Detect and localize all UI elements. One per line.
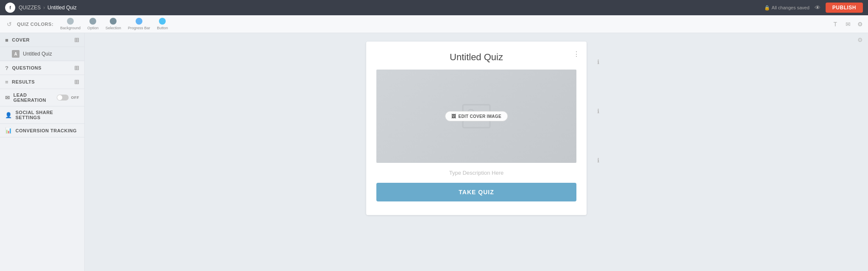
side-info-icon-1[interactable]: ℹ [597,59,599,65]
lead-gen-section-icon: ✉ [5,95,10,101]
toggle-off-label: OFF [71,95,80,100]
lead-gen-toggle-container: OFF [57,95,80,101]
sidebar-section-lead-generation[interactable]: ✉ LEAD GENERATION OFF [0,89,84,106]
selection-color-label: Selection [106,26,121,30]
progress-bar-color-label: Progress Bar [128,26,150,30]
cover-item-label: Untitled Quiz [23,51,52,57]
social-share-section-icon: 👤 [5,112,12,118]
quiz-colors-label: QUIZ COLORS: [17,22,53,27]
button-color-label: Button [157,26,168,30]
cover-item-letter: A [12,50,19,58]
cover-section-icon: ■ [5,37,8,43]
sidebar-section-questions[interactable]: ? QUESTIONS ⊞ [0,61,84,75]
sidebar-section-conversion[interactable]: 📊 CONVERSION TRACKING [0,124,84,137]
edit-cover-button[interactable]: 🖼 EDIT COVER IMAGE [445,111,508,121]
cover-add-icon[interactable]: ⊞ [74,36,80,43]
color-swatch-selection[interactable]: Selection [106,18,121,30]
sidebar-section-results[interactable]: ≡ RESULTS ⊞ [0,75,84,89]
questions-add-icon[interactable]: ⊞ [74,64,80,71]
quiz-card-title: Untitled Quiz [376,52,576,63]
toolbar-right: T ✉ ⚙ [832,19,863,29]
background-color-dot [67,18,74,25]
color-swatch-progress-bar[interactable]: Progress Bar [128,18,150,30]
description-text[interactable]: Type Description Here [376,170,576,176]
quiz-card-wrapper: Untitled Quiz ⋮ 🖼 EDIT COVER IMAGE [366,42,587,215]
cover-section-label: COVER [12,37,30,42]
top-nav: f QUIZZES › Untitled Quiz 🔒 All changes … [0,0,868,15]
side-info-icons: ℹ ℹ ℹ [597,42,599,164]
sidebar-section-cover[interactable]: ■ COVER ⊞ [0,33,84,47]
results-section-icon: ≡ [5,79,8,85]
lead-gen-toggle[interactable] [57,95,69,101]
lead-gen-section-label: LEAD GENERATION [14,92,57,103]
progress-bar-color-dot [136,18,142,25]
toggle-knob [57,95,62,100]
sidebar-cover-subitem[interactable]: A Untitled Quiz [0,47,84,61]
logo-icon[interactable]: f [5,3,15,13]
top-nav-left: f QUIZZES › Untitled Quiz [5,3,77,13]
main-layout: ■ COVER ⊞ A Untitled Quiz ? QUESTIONS ⊞ … [0,33,868,271]
top-nav-right: 🔒 All changes saved 👁 PUBLISH [764,3,863,13]
results-section-label: RESULTS [12,79,35,84]
results-add-icon[interactable]: ⊞ [74,78,80,85]
side-info-icon-3[interactable]: ℹ [597,157,599,164]
email-icon[interactable]: ✉ [844,19,852,29]
color-swatch-button[interactable]: Button [157,18,168,30]
sidebar: ■ COVER ⊞ A Untitled Quiz ? QUESTIONS ⊞ … [0,33,85,271]
questions-section-icon: ? [5,65,8,71]
saved-status: 🔒 All changes saved [764,5,810,11]
publish-button[interactable]: PUBLISH [826,3,863,13]
option-color-dot [89,18,96,25]
preview-icon[interactable]: 👁 [815,4,821,11]
conversion-section-icon: 📊 [5,127,12,134]
color-swatch-background[interactable]: Background [60,18,81,30]
far-right-settings-icon[interactable]: ⚙ [857,36,863,43]
breadcrumb-current: Untitled Quiz [47,5,77,11]
social-share-section-label: SOCIAL SHARE SETTINGS [16,110,80,120]
toolbar-left: ↺ QUIZ COLORS: Background Option Selecti… [5,18,168,30]
background-color-label: Background [60,26,81,30]
questions-section-label: QUESTIONS [12,65,41,70]
edit-cover-label: EDIT COVER IMAGE [458,114,501,119]
toolbar: ↺ QUIZ COLORS: Background Option Selecti… [0,15,868,33]
text-format-icon[interactable]: T [832,19,839,29]
breadcrumb-parent[interactable]: QUIZZES [19,5,41,11]
color-swatches: Background Option Selection Progress Bar… [60,18,168,30]
settings-gear-icon[interactable]: ⚙ [857,21,863,28]
quiz-card: Untitled Quiz ⋮ 🖼 EDIT COVER IMAGE [366,42,587,215]
edit-cover-icon: 🖼 [451,114,456,119]
option-color-label: Option [87,26,99,30]
breadcrumb-separator: › [43,5,45,11]
breadcrumb: QUIZZES › Untitled Quiz [19,5,77,11]
content-area: Untitled Quiz ⋮ 🖼 EDIT COVER IMAGE [85,33,868,271]
selection-color-dot [110,18,117,25]
conversion-section-label: CONVERSION TRACKING [16,128,77,133]
sidebar-section-social-share[interactable]: 👤 SOCIAL SHARE SETTINGS [0,106,84,124]
button-color-dot [159,18,166,25]
undo-icon[interactable]: ↺ [5,19,14,29]
image-placeholder-container: 🖼 EDIT COVER IMAGE [376,70,576,163]
color-swatch-option[interactable]: Option [87,18,99,30]
take-quiz-button[interactable]: TAKE QUIZ [376,183,576,201]
quiz-card-menu-icon[interactable]: ⋮ [573,50,580,58]
side-info-icon-2[interactable]: ℹ [597,108,599,115]
